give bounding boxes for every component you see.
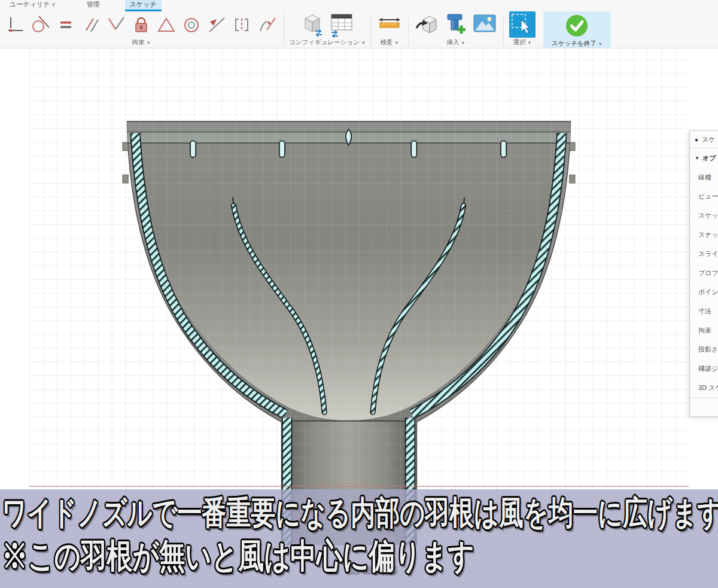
configuration-cube-icon[interactable]	[299, 11, 327, 38]
insert-fastener-icon[interactable]	[442, 11, 470, 38]
dropdown-caret: ▼	[147, 41, 151, 45]
measure-icon[interactable]	[376, 11, 403, 38]
palette-item-construction[interactable]: 構築ジ	[690, 359, 718, 378]
tab-sketch[interactable]: スケッチ	[125, 0, 162, 11]
parallel-constraint-icon[interactable]	[79, 14, 103, 35]
group-insert: 挿入▼	[410, 11, 502, 48]
group-select: 選択▼	[505, 11, 540, 48]
palette-item-points[interactable]: ポイント	[690, 282, 718, 301]
configuration-dropdown[interactable]: コンフィギュレーション▼	[289, 38, 366, 47]
palette-item-profile[interactable]: プロファ	[690, 263, 718, 282]
subtitle-line-1: ワイドノズルで一番重要になる内部の羽根は風を均一に広げます	[2, 491, 718, 535]
configuration-table-icon[interactable]	[328, 11, 355, 38]
palette-dot-icon: ●	[695, 136, 698, 143]
toolbar-separator	[408, 14, 409, 45]
insert-canvas-icon[interactable]	[471, 11, 498, 38]
triangle-constraint-icon[interactable]	[154, 14, 178, 35]
palette-item-sketch-grid[interactable]: スケッチ	[690, 206, 718, 225]
fix-lock-constraint-icon[interactable]	[129, 14, 153, 35]
subtitle-line-2: ※この羽根が無いと風は中心に偏ります	[2, 534, 474, 580]
insert-dropdown[interactable]: 挿入▼	[446, 38, 465, 47]
curvature-constraint-icon[interactable]	[255, 14, 279, 35]
group-inspect: 検査▼	[372, 11, 407, 48]
palette-section-options[interactable]: ▼ オプ	[690, 148, 718, 167]
tab-utility[interactable]: ユーティリティ	[5, 0, 62, 11]
palette-item-projected[interactable]: 投影さ	[690, 340, 718, 359]
dropdown-caret: ▼	[461, 41, 465, 45]
symmetry-constraint-icon[interactable]	[230, 14, 254, 35]
group-constraints: 拘束▼	[0, 11, 282, 48]
fusion-sketch-window: ユーティリティ 管理 スケッチ	[0, 0, 718, 588]
finish-check-icon	[563, 13, 591, 39]
tangent-constraint-icon[interactable]	[29, 14, 53, 35]
palette-item-snap[interactable]: スナップ	[690, 225, 718, 244]
sketch-palette-header[interactable]: ● スケ	[690, 131, 718, 148]
sketch-palette-panel: ● スケ ▼ オプ 線種 ビュー正 スケッチ スナップ スライス プロファ ポイ…	[689, 130, 718, 417]
constraints-dropdown[interactable]: 拘束▼	[132, 38, 151, 47]
insert-derive-icon[interactable]	[413, 11, 441, 38]
palette-item-look-at[interactable]: ビュー正	[690, 187, 718, 206]
horizontal-vertical-constraint-icon[interactable]	[4, 14, 28, 35]
toolbar-separator	[503, 14, 504, 45]
dropdown-caret: ▼	[598, 42, 603, 46]
palette-item-constraints[interactable]: 拘束	[690, 321, 718, 340]
toolbar-separator	[370, 14, 371, 45]
subtitle-overlay: ワイドノズルで一番重要になる内部の羽根は風を均一に広げます ※この羽根が無いと風…	[0, 489, 718, 588]
perpendicular-constraint-icon[interactable]	[104, 14, 128, 35]
midpoint-constraint-icon[interactable]	[205, 14, 229, 35]
palette-item-linetype[interactable]: 線種	[690, 167, 718, 187]
palette-footer	[690, 398, 718, 418]
equal-constraint-icon[interactable]	[54, 14, 78, 35]
dropdown-caret: ▼	[394, 41, 398, 45]
toolbar: ユーティリティ 管理 スケッチ	[0, 0, 718, 48]
finish-sketch-label: スケッチを終了▼	[552, 39, 603, 48]
palette-item-slice[interactable]: スライス	[690, 244, 718, 263]
dropdown-caret: ▼	[527, 41, 531, 45]
tab-manage[interactable]: 管理	[82, 0, 105, 11]
finish-sketch-button[interactable]: スケッチを終了▼	[543, 11, 611, 48]
inspect-dropdown[interactable]: 検査▼	[380, 38, 398, 47]
ribbon-tabs: ユーティリティ 管理 スケッチ	[0, 0, 718, 11]
palette-item-3d-sketch[interactable]: 3D スケ	[690, 378, 718, 397]
group-configuration: コンフィギュレーション▼	[285, 11, 369, 48]
toolbar-separator	[284, 14, 284, 45]
palette-item-dimensions[interactable]: 寸法	[690, 301, 718, 321]
select-dropdown[interactable]: 選択▼	[513, 38, 531, 47]
dropdown-caret: ▼	[361, 41, 366, 45]
chevron-down-icon: ▼	[695, 156, 699, 161]
toolbar-tools: 拘束▼ コンフィギュレーション▼	[0, 11, 718, 48]
select-icon[interactable]	[509, 11, 536, 38]
concentric-constraint-icon[interactable]	[180, 14, 203, 35]
